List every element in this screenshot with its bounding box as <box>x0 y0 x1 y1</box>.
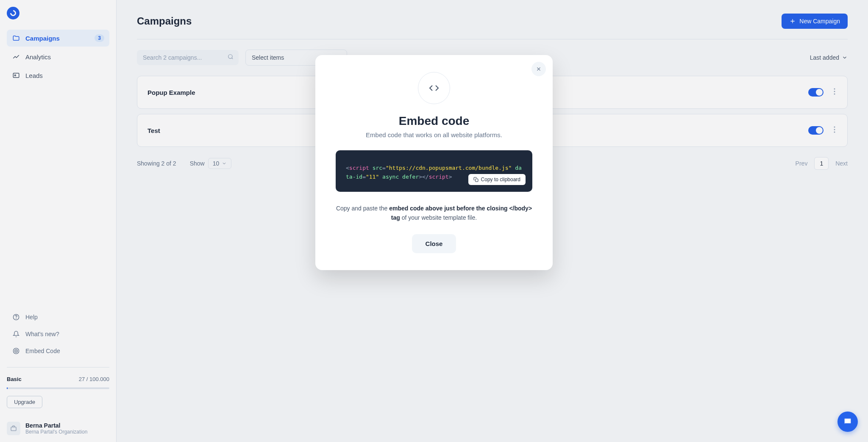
copy-icon <box>473 177 479 182</box>
instruction-text: Copy and paste the embed code above just… <box>336 204 532 223</box>
copy-button-label: Copy to clipboard <box>481 177 520 182</box>
chat-widget-button[interactable] <box>837 412 858 432</box>
modal-subtitle: Embed code that works on all website pla… <box>336 131 532 138</box>
embed-code-modal: Embed code Embed code that works on all … <box>315 55 553 270</box>
chat-icon <box>843 417 852 426</box>
close-icon <box>536 66 542 72</box>
modal-close-button[interactable] <box>531 62 546 76</box>
close-button[interactable]: Close <box>412 234 456 253</box>
modal-overlay[interactable]: Embed code Embed code that works on all … <box>0 0 868 442</box>
modal-title: Embed code <box>336 114 532 128</box>
copy-to-clipboard-button[interactable]: Copy to clipboard <box>468 174 526 185</box>
embed-code-block: <script src="https://cdn.popupsmart.com/… <box>336 150 532 192</box>
code-icon <box>418 72 450 104</box>
svg-rect-15 <box>475 179 478 182</box>
